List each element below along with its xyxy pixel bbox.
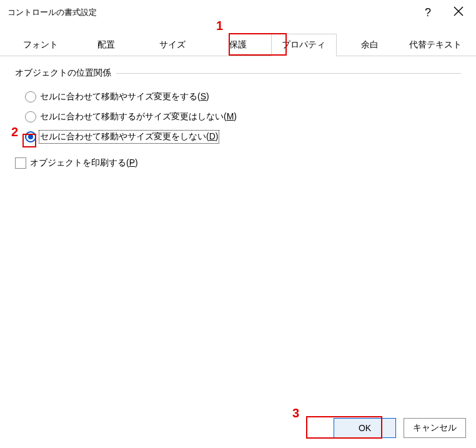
tab-align[interactable]: 配置: [73, 34, 139, 56]
tab-margin[interactable]: 余白: [337, 34, 402, 56]
tab-alttext[interactable]: 代替テキスト: [403, 34, 469, 56]
radio-move-and-size[interactable]: セルに合わせて移動やサイズ変更をする(S): [25, 91, 461, 102]
checkbox-print-object[interactable]: オブジェクトを印刷する(P): [15, 157, 461, 169]
radio-label: セルに合わせて移動するがサイズ変更はしない(M): [40, 111, 237, 122]
close-icon[interactable]: [449, 4, 469, 21]
radio-label: セルに合わせて移動やサイズ変更をする(S): [40, 91, 209, 102]
help-icon[interactable]: ?: [420, 4, 436, 22]
titlebar: コントロールの書式設定 ?: [0, 0, 476, 25]
dialog-title: コントロールの書式設定: [7, 7, 420, 18]
tab-protect[interactable]: 保護: [205, 34, 270, 56]
radio-move-only[interactable]: セルに合わせて移動するがサイズ変更はしない(M): [25, 111, 461, 122]
radio-no-move-no-size[interactable]: セルに合わせて移動やサイズ変更をしない(D): [25, 131, 461, 142]
titlebar-buttons: ?: [420, 4, 469, 22]
radio-label: セルに合わせて移動やサイズ変更をしない(D): [40, 131, 218, 142]
annotation-number-3: 3: [292, 406, 299, 421]
group-position-label: オブジェクトの位置関係: [15, 67, 461, 79]
cancel-button[interactable]: キャンセル: [404, 418, 466, 438]
radio-icon[interactable]: [25, 131, 36, 142]
group-position-text: オブジェクトの位置関係: [15, 67, 111, 79]
ok-button[interactable]: OK: [334, 418, 396, 438]
dialog-buttons: OK キャンセル: [334, 418, 466, 438]
tab-strip: フォント 配置 サイズ 保護 プロパティ 余白 代替テキスト: [0, 34, 476, 56]
checkbox-icon[interactable]: [15, 157, 26, 169]
checkbox-label: オブジェクトを印刷する(P): [30, 157, 138, 169]
tab-properties[interactable]: プロパティ: [271, 34, 337, 56]
tab-size[interactable]: サイズ: [139, 34, 205, 56]
properties-panel: オブジェクトの位置関係 セルに合わせて移動やサイズ変更をする(S) セルに合わせ…: [0, 56, 476, 180]
radio-icon[interactable]: [25, 111, 36, 122]
tab-font[interactable]: フォント: [7, 34, 73, 56]
radio-icon[interactable]: [25, 91, 36, 102]
radio-group-position: セルに合わせて移動やサイズ変更をする(S) セルに合わせて移動するがサイズ変更は…: [15, 86, 461, 142]
